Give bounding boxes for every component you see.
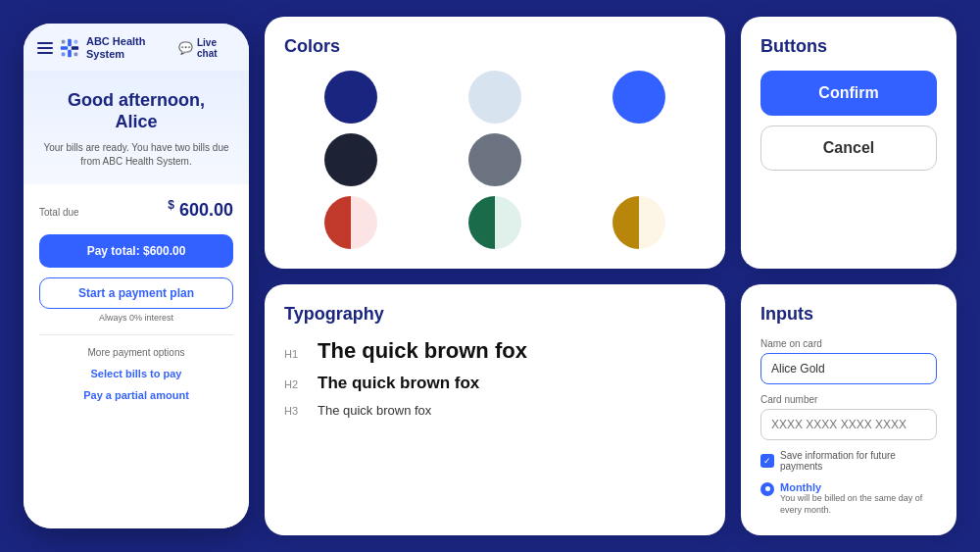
svg-rect-7 <box>74 53 78 57</box>
dollar-sign: $ <box>168 198 174 212</box>
buttons-title: Buttons <box>760 36 937 57</box>
color-swatch-blue <box>612 71 665 124</box>
monthly-title: Monthly <box>780 481 937 493</box>
right-area: Colors <box>265 17 956 535</box>
color-swatch-gray <box>468 133 521 186</box>
typo-h2-row: H2 The quick brown fox <box>284 374 706 393</box>
h3-text: The quick brown fox <box>318 403 431 418</box>
total-label: Total due <box>39 207 79 218</box>
h2-label: H2 <box>284 378 304 390</box>
color-swatch-lightblue <box>468 71 521 124</box>
card-number-input[interactable] <box>760 409 937 440</box>
svg-rect-6 <box>62 53 66 57</box>
color-swatch-navy <box>324 71 377 124</box>
total-amount: $ 600.00 <box>168 198 233 221</box>
greeting-text: Good afternoon,Alice <box>39 90 233 132</box>
svg-rect-4 <box>62 40 66 44</box>
cancel-button[interactable]: Cancel <box>760 125 937 171</box>
save-info-row: ✓ Save information for future payments <box>760 450 937 472</box>
mobile-body: Total due $ 600.00 Pay total: $600.00 St… <box>24 184 249 528</box>
name-input[interactable] <box>760 353 937 384</box>
h3-label: H3 <box>284 405 304 417</box>
svg-rect-2 <box>61 46 68 50</box>
monthly-text-block: Monthly You will be billed on the same d… <box>780 481 937 516</box>
confirm-button[interactable]: Confirm <box>760 71 937 116</box>
more-options-label: More payment options <box>39 347 233 358</box>
select-bills-link[interactable]: Select bills to pay <box>39 368 233 379</box>
monthly-radio[interactable] <box>760 482 774 496</box>
brand-name: ABC Health System <box>86 35 178 61</box>
colors-title: Colors <box>284 36 706 57</box>
svg-rect-0 <box>68 39 72 46</box>
color-swatch-green-half <box>468 196 521 249</box>
mobile-hero: Good afternoon,Alice Your bills are read… <box>24 71 249 183</box>
live-chat-label: Live chat <box>197 37 235 59</box>
mobile-mockup: ABC Health System 💬 Live chat Good after… <box>24 24 249 528</box>
save-label: Save information for future payments <box>780 450 937 472</box>
typo-h1-row: H1 The quick brown fox <box>284 338 706 364</box>
svg-rect-1 <box>68 50 72 57</box>
payment-plan-sublabel: Always 0% interest <box>39 313 233 323</box>
save-checkbox[interactable]: ✓ <box>760 454 774 468</box>
name-label: Name on card <box>760 338 937 349</box>
typography-panel: Typography H1 The quick brown fox H2 The… <box>265 284 725 535</box>
amount-value: 600.00 <box>179 200 233 220</box>
pay-total-button[interactable]: Pay total: $600.00 <box>39 234 233 268</box>
inputs-panel: Inputs Name on card Card number ✓ Save i… <box>741 284 956 535</box>
bottom-panels: Typography H1 The quick brown fox H2 The… <box>265 284 956 535</box>
card-label: Card number <box>760 394 937 405</box>
divider <box>39 334 233 335</box>
h1-text: The quick brown fox <box>318 338 527 364</box>
color-swatch-darkgray <box>324 133 377 186</box>
payment-plan-button[interactable]: Start a payment plan <box>39 277 233 309</box>
typo-title: Typography <box>284 304 706 325</box>
live-chat-button[interactable]: 💬 Live chat <box>178 37 235 59</box>
inputs-title: Inputs <box>760 304 937 325</box>
monthly-desc: You will be billed on the same day of ev… <box>780 493 937 516</box>
colors-panel: Colors <box>265 17 725 269</box>
monthly-radio-row: Monthly You will be billed on the same d… <box>760 481 937 516</box>
subtitle-text: Your bills are ready. You have two bills… <box>39 141 233 169</box>
top-panels: Colors <box>265 17 956 269</box>
chat-icon: 💬 <box>178 41 193 55</box>
color-swatch-red-half <box>324 196 377 249</box>
color-grid <box>284 71 706 249</box>
logo-icon <box>59 36 80 60</box>
spacer <box>612 133 665 186</box>
h1-label: H1 <box>284 348 304 360</box>
hamburger-icon[interactable] <box>37 42 53 54</box>
h2-text: The quick brown fox <box>318 374 479 393</box>
typo-h3-row: H3 The quick brown fox <box>284 403 706 418</box>
header-left: ABC Health System <box>37 35 178 61</box>
mobile-header: ABC Health System 💬 Live chat <box>24 24 249 71</box>
buttons-panel: Buttons Confirm Cancel <box>741 17 956 269</box>
pay-partial-link[interactable]: Pay a partial amount <box>39 389 233 401</box>
color-swatch-gold-half <box>612 196 665 249</box>
svg-rect-5 <box>74 40 78 44</box>
total-row: Total due $ 600.00 <box>39 198 233 225</box>
svg-rect-3 <box>72 46 78 50</box>
